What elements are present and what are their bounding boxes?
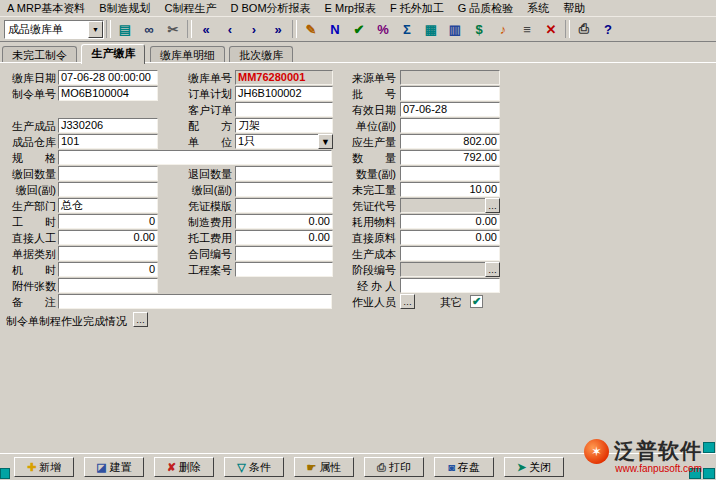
entry-no-label: 缴库单号 xyxy=(184,71,232,85)
spec-label: 规 格 xyxy=(4,151,56,165)
qty-field[interactable]: 792.00 xyxy=(400,150,500,165)
direct-labor-field[interactable]: 0.00 xyxy=(58,230,158,245)
condition-button[interactable]: ▽ 条件 xyxy=(224,457,284,477)
bottom-left-grip xyxy=(0,468,10,479)
machine-hours-label: 机 时 xyxy=(4,263,56,277)
order-plan-field[interactable]: JH6B100002 xyxy=(235,86,333,101)
close-button[interactable]: ➤ 关闭 xyxy=(504,457,564,477)
doc-type-field[interactable] xyxy=(58,246,158,261)
material-cost-field[interactable]: 0.00 xyxy=(400,214,500,229)
operator-browse-button[interactable]: … xyxy=(400,294,415,309)
unfinished-qty-label: 未完工量 xyxy=(338,183,396,197)
vendor-logo: ✶ 泛普软件 xyxy=(584,437,702,465)
save-button[interactable]: ◙ 存盘 xyxy=(434,457,494,477)
return-qty-sub-field[interactable] xyxy=(58,182,158,197)
production-cost-value: 0.00 xyxy=(474,260,497,261)
qty-sub-label: 数量(副) xyxy=(338,167,396,181)
project-no-field[interactable] xyxy=(235,262,333,277)
mo-no-label: 制令单号 xyxy=(4,87,56,101)
voucher-template-field[interactable] xyxy=(235,198,333,213)
operator-label: 作业人员 xyxy=(338,295,396,309)
entry-date-label: 缴库日期 xyxy=(4,71,56,85)
delete-icon: ✘ xyxy=(167,461,176,474)
production-cost-field[interactable]: 0.00 xyxy=(400,246,500,261)
production-entry-form: 缴库日期 07-06-28 00:00:00 制令单号 MO6B100004 生… xyxy=(0,0,716,480)
unit-sub-field[interactable] xyxy=(400,118,500,133)
warehouse-field[interactable]: 101 xyxy=(58,134,158,149)
delete-button-label: 删除 xyxy=(179,460,201,475)
contract-no-field[interactable] xyxy=(235,246,333,261)
right-edge-grip xyxy=(703,442,715,453)
mfg-cost-field[interactable]: 0.00 xyxy=(235,214,333,229)
valid-date-field[interactable]: 07-06-28 xyxy=(400,102,500,117)
dept-label: 生产部门 xyxy=(4,199,56,213)
close-button-label: 关闭 xyxy=(529,460,551,475)
dept-field[interactable]: 总仓 xyxy=(58,198,158,213)
entry-date-field[interactable]: 07-06-28 00:00:00 xyxy=(58,70,158,85)
reject-qty-field[interactable] xyxy=(235,166,333,181)
batch-no-label: 批 号 xyxy=(338,87,396,101)
tab-entry-details[interactable]: 缴库单明细 xyxy=(150,46,225,63)
source-no-value: TP76280001 xyxy=(427,84,490,85)
mfg-cost-label: 制造费用 xyxy=(184,215,232,229)
process-note-label: 制令单制程作业完成情况 xyxy=(6,314,132,328)
contract-no-label: 合同编号 xyxy=(184,247,232,261)
other-checkbox[interactable]: ✔ xyxy=(470,295,483,308)
return-qty-sub2-field[interactable] xyxy=(235,182,333,197)
unfinished-qty-field[interactable]: 10.00 xyxy=(400,182,500,197)
properties-button[interactable]: ☛ 属性 xyxy=(294,457,354,477)
unit-label: 单 位 xyxy=(184,135,232,149)
return-qty-label: 缴回数量 xyxy=(4,167,56,181)
save-icon: ◙ xyxy=(448,461,455,473)
voucher-template-label: 凭证模版 xyxy=(184,199,232,213)
print-button-label: 打印 xyxy=(389,460,411,475)
project-no-label: 工程案号 xyxy=(184,263,232,277)
tab-batch-entry[interactable]: 批次缴库 xyxy=(229,46,293,63)
qty-sub-field[interactable]: 0.00 xyxy=(400,166,500,181)
new-button[interactable]: ✚ 新增 xyxy=(14,457,74,477)
order-plan-label: 订单计划 xyxy=(184,87,232,101)
vendor-url[interactable]: www.fanpusoft.com xyxy=(615,463,702,474)
handler-label: 经 办 人 xyxy=(338,279,396,293)
warehouse-label: 成品仓库 xyxy=(4,135,56,149)
source-no-label: 来源单号 xyxy=(338,71,396,85)
machine-hours-field[interactable]: 0 xyxy=(58,262,158,277)
product-field[interactable]: J330206 xyxy=(58,118,158,133)
material-cost-label: 耗用物料 xyxy=(338,215,396,229)
mo-no-field[interactable]: MO6B100004 xyxy=(58,86,158,101)
return-qty-field[interactable] xyxy=(58,166,158,181)
stage-no-label: 阶段编号 xyxy=(338,263,396,277)
build-button[interactable]: ◪ 建置 xyxy=(84,457,144,477)
qty-sub-value: 0.00 xyxy=(415,180,438,181)
spec-field[interactable] xyxy=(58,150,332,165)
attachments-field[interactable] xyxy=(58,278,158,293)
remark-field[interactable] xyxy=(58,294,332,309)
print-button[interactable]: ⎙ 打印 xyxy=(364,457,424,477)
close-button-icon: ➤ xyxy=(517,461,526,474)
direct-labor-label: 直接人工 xyxy=(4,231,56,245)
resize-grip[interactable] xyxy=(703,468,715,479)
tab-unfinished-orders[interactable]: 未完工制令 xyxy=(2,46,77,63)
voucher-code-browse-button[interactable]: … xyxy=(485,198,500,213)
labor-hours-field[interactable]: 0 xyxy=(58,214,158,229)
stage-no-browse-button[interactable]: … xyxy=(485,262,500,277)
unit-dropdown-icon[interactable]: ▼ xyxy=(318,134,333,149)
return-qty-sub2-label: 缴回(副) xyxy=(184,183,232,197)
outsource-cost-label: 托工费用 xyxy=(184,231,232,245)
unit-sub-label: 单位(副) xyxy=(338,119,396,133)
handler-field[interactable] xyxy=(400,278,500,293)
tab-production-entry[interactable]: 生产缴库 xyxy=(81,44,145,64)
delete-button[interactable]: ✘ 删除 xyxy=(154,457,214,477)
condition-button-label: 条件 xyxy=(249,460,271,475)
outsource-cost-field[interactable]: 0.00 xyxy=(235,230,333,245)
direct-material-field[interactable]: 0.00 xyxy=(400,230,500,245)
process-note-more-button[interactable]: … xyxy=(133,312,148,327)
batch-no-field[interactable] xyxy=(400,86,500,101)
planned-qty-field[interactable]: 802.00 xyxy=(400,134,500,149)
fanpu-logo-icon: ✶ xyxy=(584,439,609,464)
new-icon: ✚ xyxy=(27,461,36,474)
source-no-field[interactable]: ▦TP76280001 xyxy=(400,70,500,85)
formula-field[interactable]: 刀架 xyxy=(235,118,333,133)
save-button-label: 存盘 xyxy=(458,460,480,475)
customer-order-field[interactable] xyxy=(235,102,333,117)
